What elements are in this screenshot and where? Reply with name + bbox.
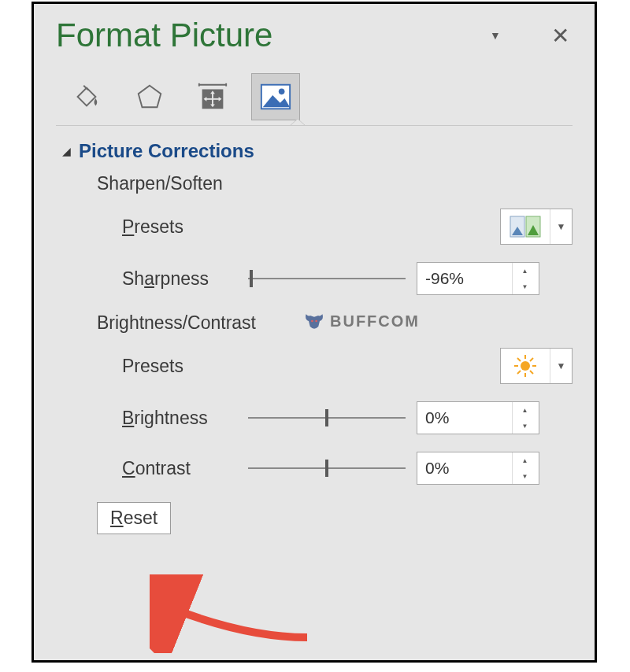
picture-corrections-expander[interactable]: ◢ Picture Corrections bbox=[62, 140, 573, 162]
picture-icon bbox=[259, 81, 292, 113]
sharpness-spinbox[interactable]: ▲ ▼ bbox=[417, 262, 539, 295]
contrast-decrement[interactable]: ▼ bbox=[513, 468, 537, 484]
pane-header: Format Picture ▼ ✕ bbox=[56, 17, 573, 54]
pane-title: Format Picture bbox=[56, 17, 459, 54]
svg-line-27 bbox=[530, 358, 533, 361]
svg-line-25 bbox=[530, 371, 533, 374]
close-button[interactable]: ✕ bbox=[547, 23, 573, 49]
expander-triangle-icon: ◢ bbox=[62, 145, 71, 157]
svg-point-13 bbox=[279, 89, 285, 95]
brightness-spinbox[interactable]: ▲ ▼ bbox=[417, 401, 539, 434]
svg-line-26 bbox=[517, 371, 521, 374]
pane-options-dropdown[interactable]: ▼ bbox=[483, 29, 508, 42]
sharpen-presets-label: Presets bbox=[122, 216, 248, 238]
sharpen-soften-heading: Sharpen/Soften bbox=[97, 173, 573, 194]
contrast-row: Contrast ▲ ▼ bbox=[122, 452, 573, 485]
brightness-label: Brightness bbox=[122, 408, 248, 429]
format-picture-pane: Format Picture ▼ ✕ bbox=[32, 2, 597, 663]
bc-presets-dropdown[interactable]: ▼ bbox=[500, 348, 573, 384]
brightness-contrast-heading: Brightness/Contrast bbox=[97, 312, 573, 334]
section-title: Picture Corrections bbox=[79, 140, 254, 162]
sharpness-row: Sharpness ▲ ▼ bbox=[122, 262, 573, 295]
sharpness-label: Sharpness bbox=[122, 268, 248, 290]
contrast-label: Contrast bbox=[122, 458, 248, 479]
selected-tab-notch bbox=[291, 118, 305, 126]
brightness-input[interactable] bbox=[417, 402, 512, 434]
contrast-input[interactable] bbox=[417, 452, 512, 484]
tab-fill-line[interactable] bbox=[62, 73, 111, 120]
sharpen-presets-dropdown[interactable]: ▼ bbox=[500, 209, 573, 245]
size-layout-icon bbox=[196, 81, 229, 113]
bc-presets-row: Presets bbox=[122, 348, 573, 384]
sharpness-slider[interactable] bbox=[248, 271, 406, 286]
chevron-down-icon: ▼ bbox=[550, 209, 572, 244]
sharpen-preset-thumb-icon bbox=[501, 216, 550, 238]
category-tabs bbox=[62, 73, 573, 120]
brightness-slider[interactable] bbox=[248, 410, 406, 426]
sharpness-decrement[interactable]: ▼ bbox=[513, 279, 537, 294]
sharpen-presets-row: Presets ▼ bbox=[122, 209, 573, 245]
tab-picture[interactable] bbox=[251, 73, 300, 120]
svg-point-19 bbox=[521, 361, 530, 371]
bc-presets-label: Presets bbox=[122, 356, 248, 377]
contrast-increment[interactable]: ▲ bbox=[513, 452, 537, 468]
brightness-decrement[interactable]: ▼ bbox=[513, 418, 537, 434]
contrast-spinbox[interactable]: ▲ ▼ bbox=[417, 452, 539, 485]
sun-icon bbox=[501, 353, 550, 378]
tab-layout[interactable] bbox=[188, 73, 237, 120]
svg-marker-1 bbox=[139, 86, 161, 108]
paint-bucket-icon bbox=[72, 82, 102, 112]
chevron-down-icon: ▼ bbox=[550, 349, 572, 383]
brightness-increment[interactable]: ▲ bbox=[513, 402, 537, 418]
tab-effects[interactable] bbox=[125, 73, 174, 120]
tab-divider bbox=[56, 125, 573, 126]
sharpness-input[interactable] bbox=[417, 263, 512, 294]
reset-button[interactable]: Reset bbox=[97, 502, 171, 534]
pentagon-icon bbox=[135, 82, 165, 112]
brightness-row: Brightness ▲ ▼ bbox=[122, 401, 573, 434]
sharpness-increment[interactable]: ▲ bbox=[513, 263, 537, 279]
contrast-slider[interactable] bbox=[248, 460, 406, 476]
svg-line-24 bbox=[517, 358, 521, 361]
